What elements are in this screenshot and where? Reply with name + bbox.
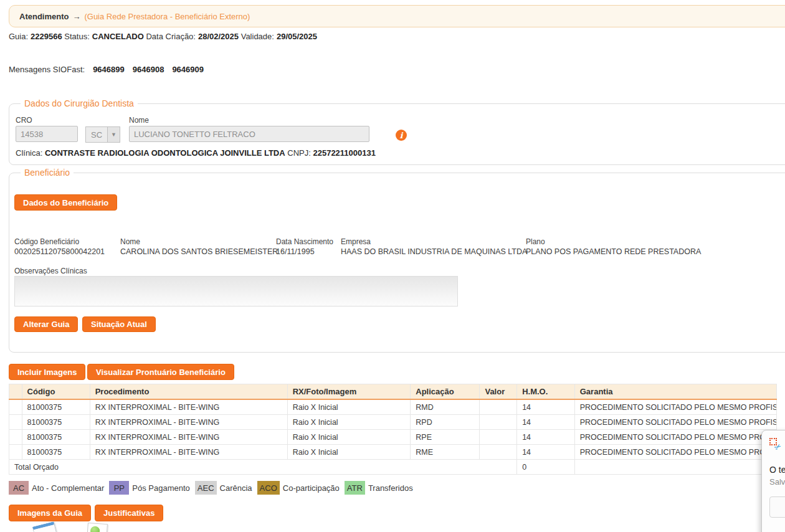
table-header-cell: Garantia [574, 384, 776, 400]
situacao-atual-button[interactable]: Situação Atual [82, 316, 156, 332]
incluir-imagens-button[interactable]: Incluir Imagens [9, 364, 85, 380]
clinica-value: CONTRASTE RADIOLOGIA ODONTOLOGICA JOINVI… [45, 148, 285, 158]
field-value: 002025112075800042201 [14, 247, 114, 256]
field-value: CAROLINA DOS SANTOS BRIESEMEISTER [120, 247, 270, 256]
total-label: Total Orçado [9, 460, 517, 475]
table-header-cell: Código [22, 384, 90, 400]
table-cell: 81000375 [22, 445, 90, 460]
clinica-label: Clínica: [16, 148, 42, 158]
breadcrumb-section[interactable]: Atendimento [19, 12, 69, 21]
image-icon[interactable] [87, 523, 108, 532]
guia-info-line: Guia:2229566 Status:CANCELADO Data Criaç… [9, 32, 317, 41]
beneficiario-legend: Beneficiário [21, 168, 74, 178]
table-row: 81000375RX INTERPROXIMAL - BITE-WINGRaio… [9, 445, 777, 460]
table-cell: 81000375 [22, 430, 90, 445]
notepad-icon[interactable] [32, 521, 59, 532]
siofast-number[interactable]: 9646899 [93, 65, 125, 74]
table-cell: PROCEDIMENTO SOLICITADO PELO MESMO PROFI… [574, 445, 776, 460]
table-cell [9, 430, 22, 445]
total-hmo-value: 0 [517, 460, 575, 475]
popup-header: ✂ F [769, 438, 785, 449]
alterar-guia-button[interactable]: Alterar Guia [14, 316, 78, 332]
table-header-cell [9, 384, 22, 400]
field-label: Nome [120, 237, 270, 246]
info-icon[interactable]: i [396, 130, 407, 141]
legend-badge-label: Ato - Complementar [32, 483, 104, 493]
table-cell: RX INTERPROXIMAL - BITE-WING [90, 430, 287, 445]
siofast-label: Mensagens SIOFast: [9, 65, 85, 74]
legend-badge-aec: AEC [195, 481, 217, 495]
table-cell [480, 445, 517, 460]
field-label: Data Nascimento [276, 237, 335, 246]
beneficiario-field: Código Beneficiário002025112075800042201 [14, 237, 120, 256]
imagens-da-guia-button[interactable]: Imagens da Guia [9, 505, 91, 521]
table-cell: 14 [517, 415, 575, 430]
cro-input[interactable]: 14538 [16, 126, 78, 142]
legend-badge-pp: PP [109, 481, 129, 495]
dentista-legend: Dados do Cirurgião Dentista [21, 98, 138, 108]
table-total-row: Total Orçado0 [9, 460, 777, 475]
table-cell [480, 430, 517, 445]
visualizar-prontuario-button[interactable]: Visualizar Prontuário Beneficiário [87, 364, 234, 380]
table-cell: RPE [411, 430, 480, 445]
validade-label: Validade: [241, 32, 274, 41]
page: Atendimento → (Guia Rede Prestadora - Be… [0, 0, 785, 532]
table-cell: 14 [517, 445, 575, 460]
cnpj-value: 22572211000131 [313, 148, 376, 158]
observacoes-textarea[interactable] [14, 276, 458, 306]
total-garantia-cell [574, 460, 776, 475]
beneficiario-field: NomeCAROLINA DOS SANTOS BRIESEMEISTER [120, 237, 276, 256]
siofast-number[interactable]: 9646909 [172, 65, 204, 74]
breadcrumb-arrow-icon: → [72, 12, 80, 21]
beneficiario-fieldset: Beneficiário Dados do Beneficiário Códig… [9, 168, 785, 353]
table-cell [480, 415, 517, 430]
table-cell [9, 399, 22, 415]
table-header-cell: Aplicação [411, 384, 480, 400]
table-cell: PROCEDIMENTO SOLICITADO PELO MESMO PROFI… [574, 415, 776, 430]
table-row: 81000375RX INTERPROXIMAL - BITE-WINGRaio… [9, 430, 777, 445]
field-label: Empresa [341, 237, 520, 246]
table-header-cell: H.M.O. [517, 384, 575, 400]
table-cell: RPD [411, 415, 480, 430]
table-cell [9, 445, 22, 460]
table-header-cell: Procedimento [90, 384, 287, 400]
table-cell [9, 415, 22, 430]
table-cell: RMD [411, 399, 480, 415]
legend-badge-label: Pós Pagamento [132, 483, 190, 493]
justificativas-button[interactable]: Justificativas [95, 505, 163, 521]
cro-label: CRO [16, 116, 78, 125]
validade-value: 29/05/2025 [277, 32, 317, 41]
table-header-cell: Valor [480, 384, 517, 400]
dados-beneficiario-button[interactable]: Dados do Beneficiário [14, 194, 117, 211]
nome-label: Nome [129, 116, 369, 125]
table-cell: Raio X Inicial [287, 430, 411, 445]
legend-badge-aco: ACO [257, 481, 280, 495]
table-cell: RX INTERPROXIMAL - BITE-WING [90, 415, 287, 430]
field-label: Plano [526, 237, 701, 246]
legend-row: ACAto - ComplementarPPPós PagamentoAECCa… [9, 481, 418, 495]
procedimentos-table: CódigoProcedimentoRX/Foto/ImagemAplicaçã… [9, 384, 777, 475]
guia-number: 2229566 [31, 32, 62, 41]
table-cell [480, 399, 517, 415]
siofast-number[interactable]: 9646908 [133, 65, 164, 74]
popup-action-button[interactable] [769, 496, 785, 518]
field-value: PLANO POS PAGAMENTO REDE PRESTADORA [526, 247, 701, 256]
table-row: 81000375RX INTERPROXIMAL - BITE-WINGRaio… [9, 415, 777, 430]
legend-badge-atr: ATR [345, 481, 365, 495]
table-cell: 14 [517, 430, 575, 445]
table-cell: PROCEDIMENTO SOLICITADO PELO MESMO PROFI… [574, 399, 776, 415]
field-label: Código Beneficiário [14, 237, 114, 246]
uf-select[interactable]: SC ▼ [85, 126, 120, 143]
popup-text-line2: Salv [769, 477, 785, 487]
nome-input[interactable]: LUCIANO TONETTO FELTRACO [129, 126, 369, 142]
uf-dropdown-arrow-icon[interactable]: ▼ [108, 126, 120, 143]
table-cell: 14 [517, 399, 575, 415]
legend-badge-label: Co-participação [283, 483, 340, 493]
beneficiario-field: PlanoPLANO POS PAGAMENTO REDE PRESTADORA [526, 237, 707, 256]
breadcrumb: Atendimento → (Guia Rede Prestadora - Be… [9, 5, 785, 27]
legend-badge-label: Transferidos [368, 483, 413, 493]
table-cell: Raio X Inicial [287, 415, 411, 430]
field-value: HAAS DO BRASIL INDUSTRIA DE MAQUINAS LTD… [341, 247, 520, 256]
beneficiario-fields: Código Beneficiário002025112075800042201… [14, 237, 707, 256]
data-criacao-label: Data Criação: [146, 32, 195, 41]
